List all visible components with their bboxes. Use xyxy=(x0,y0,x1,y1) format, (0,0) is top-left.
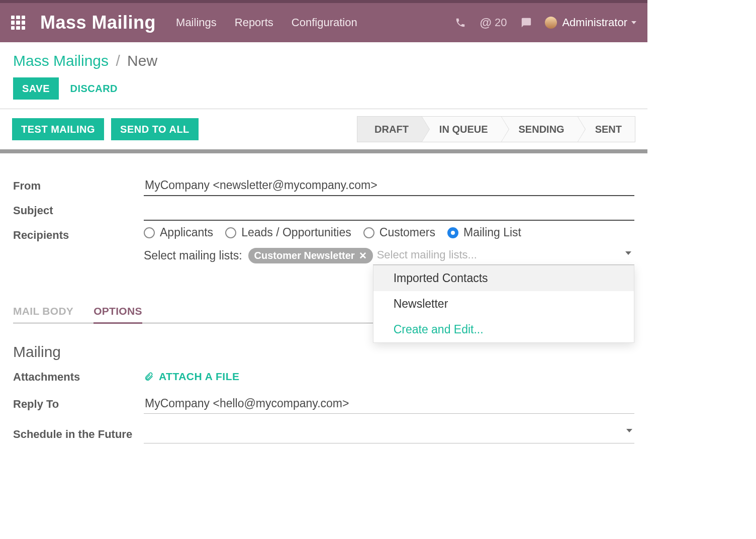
save-button[interactable]: SAVE xyxy=(13,77,59,100)
subject-label: Subject xyxy=(13,201,144,217)
apps-icon[interactable] xyxy=(11,16,25,30)
reply-to-label: Reply To xyxy=(13,398,144,411)
breadcrumb: Mass Mailings / New xyxy=(13,52,634,69)
mailing-lists-input[interactable] xyxy=(373,246,634,265)
attachments-label: Attachments xyxy=(13,371,144,384)
radio-leads[interactable]: Leads / Opportunities xyxy=(225,226,351,239)
dropdown-item-newsletter[interactable]: Newsletter xyxy=(373,291,634,317)
paperclip-icon xyxy=(144,372,154,382)
schedule-caret-icon[interactable] xyxy=(626,429,632,432)
attach-file-button[interactable]: ATTACH A FILE xyxy=(144,371,239,383)
tag-remove-icon[interactable]: ✕ xyxy=(359,250,367,261)
select-mailing-lists-label: Select mailing lists: xyxy=(144,249,242,262)
status-in-queue[interactable]: IN QUEUE xyxy=(422,116,502,142)
top-nav: Mass Mailing Mailings Reports Configurat… xyxy=(0,0,647,42)
tab-mail-body[interactable]: MAIL BODY xyxy=(13,300,73,323)
discard-button[interactable]: DISCARD xyxy=(61,77,127,100)
recipients-radio-group: Applicants Leads / Opportunities Custome… xyxy=(144,226,634,239)
dropdown-create-and-edit[interactable]: Create and Edit... xyxy=(373,317,634,342)
from-label: From xyxy=(13,176,144,193)
from-input[interactable] xyxy=(144,176,634,196)
nav-mailings[interactable]: Mailings xyxy=(176,16,217,29)
mailing-lists-caret-icon[interactable] xyxy=(625,251,631,255)
schedule-label: Schedule in the Future xyxy=(13,428,144,441)
chat-icon[interactable] xyxy=(521,17,532,28)
status-sending[interactable]: SENDING xyxy=(502,116,578,142)
test-mailing-button[interactable]: TEST MAILING xyxy=(12,118,104,140)
app-title: Mass Mailing xyxy=(40,12,156,33)
messages-count: 20 xyxy=(495,16,507,29)
user-menu-caret-icon[interactable] xyxy=(631,21,636,24)
avatar[interactable] xyxy=(545,17,557,29)
action-bar: TEST MAILING SEND TO ALL DRAFT IN QUEUE … xyxy=(0,109,647,153)
header-bar: Mass Mailings / New SAVE DISCARD xyxy=(0,42,647,109)
schedule-input[interactable] xyxy=(144,425,634,443)
form-area: From Subject Recipients Applicants Leads… xyxy=(0,153,647,443)
reply-to-input[interactable] xyxy=(144,395,634,414)
status-sent[interactable]: SENT xyxy=(578,116,635,142)
status-draft[interactable]: DRAFT xyxy=(357,116,422,142)
user-name[interactable]: Administrator xyxy=(562,16,627,29)
section-title-mailing: Mailing xyxy=(13,343,634,361)
dropdown-item-imported[interactable]: Imported Contacts xyxy=(373,265,634,291)
breadcrumb-parent[interactable]: Mass Mailings xyxy=(13,52,109,69)
messages-icon[interactable]: @ 20 xyxy=(480,16,507,30)
radio-applicants[interactable]: Applicants xyxy=(144,226,213,239)
messages-at: @ xyxy=(480,16,492,30)
recipients-label: Recipients xyxy=(13,226,144,242)
breadcrumb-current: New xyxy=(127,52,157,69)
subject-input[interactable] xyxy=(144,201,634,221)
send-to-all-button[interactable]: SEND TO ALL xyxy=(111,118,199,140)
nav-configuration[interactable]: Configuration xyxy=(292,16,357,29)
radio-mailing-list[interactable]: Mailing List xyxy=(447,226,521,239)
phone-icon[interactable] xyxy=(455,17,466,28)
tag-customer-newsletter: Customer Newsletter ✕ xyxy=(248,248,373,263)
status-bar: DRAFT IN QUEUE SENDING SENT xyxy=(357,116,635,142)
mailing-lists-dropdown: Imported Contacts Newsletter Create and … xyxy=(373,265,634,343)
tab-options[interactable]: OPTIONS xyxy=(93,300,142,324)
radio-customers[interactable]: Customers xyxy=(363,226,435,239)
nav-reports[interactable]: Reports xyxy=(235,16,273,29)
